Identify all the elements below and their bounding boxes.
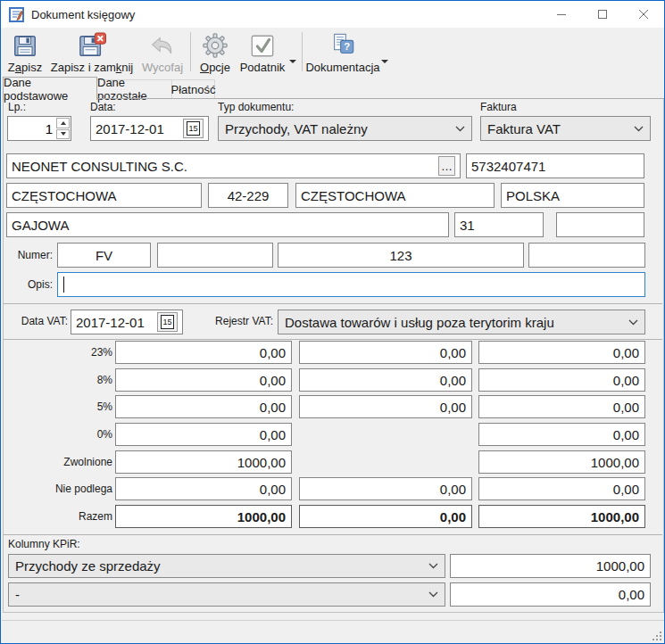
vat-date-calendar-button[interactable]: 15 — [157, 312, 178, 332]
vat-23-net-input[interactable]: 0,00 — [115, 341, 292, 364]
app-icon — [9, 7, 24, 22]
vat-total-label: Razem — [10, 510, 112, 523]
kpir-column-2-amount-input[interactable]: 0,00 — [450, 582, 651, 607]
chevron-down-icon — [628, 319, 638, 326]
resize-grip[interactable] — [653, 632, 661, 640]
save-close-icon — [78, 32, 106, 59]
document-type-select[interactable]: Przychody, VAT należny — [218, 116, 472, 141]
kpir-columns-label: Kolumny KPiR: — [8, 538, 80, 550]
svg-text:?: ? — [344, 41, 350, 52]
tab-dane-pozostale[interactable]: Dane pozostałe — [97, 79, 172, 98]
postal-code-field[interactable]: 42-229 — [208, 183, 288, 208]
save-icon — [12, 32, 38, 59]
close-button[interactable] — [623, 1, 664, 28]
documentation-button[interactable]: ? Dokumentacja — [305, 28, 380, 77]
down-arrow-icon — [61, 132, 66, 136]
toolbar: Zapisz Zapisz i zamknij Wycofaj — [2, 28, 663, 77]
vat-total-vat-value: 0,00 — [299, 505, 472, 528]
apartment-number-field[interactable] — [556, 212, 644, 237]
number-part4-field[interactable] — [528, 243, 645, 268]
separator — [4, 339, 662, 340]
kpir-column-1-select[interactable]: Przychody ze sprzedaży — [8, 554, 445, 578]
vat-rate-23-label: 23% — [10, 346, 112, 359]
vat-rate-8-label: 8% — [10, 374, 112, 386]
lp-down-button[interactable] — [56, 129, 70, 140]
vat-register-select[interactable]: Dostawa towarów i usług poza terytorim k… — [278, 310, 645, 334]
taxpayer-dropdown-arrow[interactable] — [289, 60, 296, 67]
vat-total-gross-value: 1000,00 — [478, 505, 645, 528]
number-label: Numer: — [10, 249, 53, 261]
tab-platnosc[interactable]: Płatność — [172, 79, 215, 98]
ellipsis-icon: … — [441, 160, 453, 173]
undo-icon — [149, 32, 176, 59]
kpir-column-2-select[interactable]: - — [8, 582, 445, 607]
tab-dane-podstawowe[interactable]: Dane podstawowe — [3, 77, 97, 100]
close-icon — [638, 9, 649, 20]
date-calendar-button[interactable]: 15 — [183, 119, 204, 138]
house-number-field[interactable]: 31 — [454, 212, 544, 237]
number-part3-field[interactable]: 123 — [278, 243, 524, 268]
vat-8-gross-input[interactable]: 0,00 — [478, 368, 645, 392]
vat-0-net-input[interactable]: 0,00 — [115, 423, 292, 446]
vat-8-net-input[interactable]: 0,00 — [115, 368, 292, 392]
chevron-down-icon — [428, 563, 438, 569]
toolbar-separator — [302, 32, 303, 71]
vat-exempt-label: Zwolnione — [10, 456, 112, 468]
chevron-down-icon — [428, 591, 438, 598]
gear-icon — [202, 32, 229, 59]
country-field[interactable]: POLSKA — [501, 183, 644, 208]
date-label: Data: — [90, 101, 116, 113]
up-arrow-icon — [61, 121, 66, 125]
vat-5-gross-input[interactable]: 0,00 — [478, 395, 645, 418]
window: Dokument księgowy Zapisz — [0, 0, 665, 644]
description-field[interactable] — [57, 272, 645, 297]
lp-label: Lp.: — [8, 101, 26, 113]
contractor-lookup-button[interactable]: … — [438, 156, 455, 176]
options-button[interactable]: Opcje — [194, 28, 237, 77]
text-caret — [63, 277, 64, 293]
minimize-button[interactable] — [541, 1, 582, 28]
street-field[interactable]: GAJOWA — [6, 212, 449, 237]
maximize-icon — [597, 9, 608, 20]
lp-value[interactable]: 1 — [8, 117, 55, 140]
date-field[interactable]: 2017-12-01 15 — [90, 116, 209, 141]
save-button[interactable]: Zapisz — [4, 28, 46, 77]
tabstrip-line — [3, 98, 664, 99]
lp-stepper[interactable]: 1 — [7, 116, 71, 141]
vat-5-net-input[interactable]: 0,00 — [115, 395, 292, 418]
vat-notsubject-net-input[interactable]: 0,00 — [115, 477, 292, 500]
nip-field[interactable]: 5732407471 — [466, 153, 644, 178]
save-and-close-button[interactable]: Zapisz i zamknij — [46, 28, 137, 77]
separator — [4, 303, 662, 304]
vat-notsubject-gross-input[interactable]: 0,00 — [478, 477, 645, 500]
vat-total-net-value: 1000,00 — [115, 505, 292, 528]
lp-up-button[interactable] — [56, 118, 70, 128]
doc-help-icon: ? — [329, 32, 356, 59]
vat-exempt-net-input[interactable]: 1000,00 — [115, 450, 292, 474]
city-field[interactable]: CZĘSTOCHOWA — [6, 183, 202, 208]
taxpayer-button[interactable]: Podatnik — [237, 28, 288, 77]
vat-date-field[interactable]: 2017-12-01 15 — [71, 310, 183, 334]
vat-23-gross-input[interactable]: 0,00 — [478, 341, 645, 364]
contractor-name-field[interactable]: NEONET CONSULTING S.C. … — [6, 153, 461, 178]
vat-0-gross-input[interactable]: 0,00 — [478, 423, 645, 446]
documentation-dropdown-arrow[interactable] — [381, 60, 388, 67]
vat-23-vat-input[interactable]: 0,00 — [299, 341, 472, 364]
undo-button: Wycofaj — [137, 28, 187, 77]
vat-8-vat-input[interactable]: 0,00 — [299, 368, 472, 392]
invoice-type-select[interactable]: Faktura VAT — [480, 116, 651, 141]
kpir-column-1-amount-input[interactable]: 1000,00 — [450, 554, 651, 578]
number-part1-field[interactable]: FV — [57, 243, 151, 268]
maximize-button[interactable] — [582, 1, 623, 28]
toolbar-separator — [190, 32, 191, 71]
vat-notsubject-label: Nie podlega — [10, 483, 112, 495]
vat-register-label: Rejestr VAT: — [204, 315, 273, 327]
post-office-field[interactable]: CZĘSTOCHOWA — [295, 183, 495, 208]
invoice-label: Faktura — [480, 101, 517, 113]
number-part2-field[interactable] — [157, 243, 273, 268]
document-type-label: Typ dokumentu: — [218, 101, 294, 113]
vat-exempt-gross-input[interactable]: 1000,00 — [478, 450, 645, 474]
vat-5-vat-input[interactable]: 0,00 — [299, 395, 472, 418]
vat-notsubject-vat-input[interactable]: 0,00 — [299, 477, 472, 500]
statusbar-line — [2, 620, 665, 621]
